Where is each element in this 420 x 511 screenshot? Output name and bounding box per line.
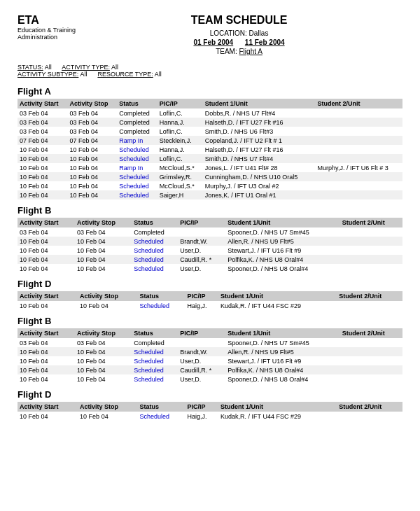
status-value: All [45, 64, 52, 71]
table-cell: Completed [117, 127, 157, 136]
table-cell: Smith,D. / NHS U7 Flt#4 [203, 154, 316, 163]
table-cell: Dobbs,R. / NHS U7 Flt#4 [203, 108, 316, 118]
table-cell: Spooner,D. / NHS U8 Oral#4 [225, 264, 340, 273]
table-cell: Kudak,R. / IFT U44 FSC #29 [218, 301, 337, 310]
team-value: Flight A [239, 48, 262, 55]
table-cell: 03 Feb 04 [75, 338, 132, 347]
table-cell: McCloud,S.* [158, 181, 203, 190]
table-cell: 10 Feb 04 [18, 255, 75, 264]
table-cell: 10 Feb 04 [67, 172, 117, 181]
table-cell [316, 108, 402, 118]
col-header: Student 1/Unit [225, 218, 340, 227]
table-cell: 10 Feb 04 [18, 264, 75, 273]
activity-subtype-label: ACTIVITY SUBTYPE: [18, 71, 78, 78]
table-row: 10 Feb 0410 Feb 04ScheduledUser,D.Spoone… [18, 264, 402, 273]
table-row: 10 Feb 0410 Feb 04ScheduledHaig,J.Kudak,… [18, 301, 402, 310]
col-header: Activity Stop [78, 402, 137, 412]
col-header: Student 2/Unit [337, 291, 402, 301]
section-title-2: Flight D [18, 279, 402, 289]
table-row: 03 Feb 0403 Feb 04CompletedLoflin,C.Smit… [18, 127, 402, 136]
table-cell: Smith,D. / NHS U6 Flt#3 [203, 127, 316, 136]
filter-row: STATUS: All ACTIVITY TYPE: All ACTIVITY … [18, 64, 402, 78]
table-cell: User,D. [178, 264, 225, 273]
table-cell: 10 Feb 04 [18, 356, 75, 365]
table-row: 10 Feb 0410 Feb 04ScheduledBrandt,W.Alle… [18, 237, 402, 246]
table-1: Activity StartActivity StopStatusPIC/IPS… [18, 218, 402, 273]
col-header: PIC/IP [185, 402, 218, 412]
table-cell: 10 Feb 04 [67, 145, 117, 154]
table-cell [316, 190, 402, 200]
table-cell: 03 Feb 04 [67, 127, 117, 136]
table-cell [340, 365, 402, 374]
table-cell: 10 Feb 04 [67, 181, 117, 190]
table-cell: Allen,R. / NHS U9 Flt#5 [225, 237, 340, 246]
col-header: Activity Stop [75, 218, 132, 227]
col-header: Status [117, 99, 157, 108]
date-range-line: 01 Feb 2004 11 Feb 2004 [76, 38, 402, 46]
col-header: Status [132, 328, 178, 338]
table-cell: Haig,J. [185, 301, 218, 310]
col-header: PIC/IP [185, 291, 218, 301]
date-end: 11 Feb 2004 [245, 38, 285, 46]
team-line: TEAM: Flight A [76, 48, 402, 55]
table-cell: Ramp In [117, 163, 157, 172]
table-row: 07 Feb 0407 Feb 04Ramp InStecklein,J.Cop… [18, 136, 402, 145]
table-cell: 03 Feb 04 [18, 127, 67, 136]
table-row: 10 Feb 0410 Feb 04ScheduledUser,D.Stewar… [18, 356, 402, 365]
table-row: 03 Feb 0403 Feb 04CompletedLoflin,C.Dobb… [18, 108, 402, 118]
table-cell: Ramp In [117, 136, 157, 145]
col-header: Student 2/Unit [316, 99, 402, 108]
table-0: Activity StartActivity StopStatusPIC/IPS… [18, 99, 402, 200]
table-cell: Completed [117, 108, 157, 118]
eta-sub1: Education & Training [18, 27, 76, 34]
table-cell [316, 181, 402, 190]
col-header: Student 2/Unit [340, 328, 402, 338]
table-cell [340, 227, 402, 237]
table-cell: Kudak,R. / IFT U44 FSC #29 [218, 412, 337, 421]
col-header: Student 2/Unit [340, 218, 402, 227]
table-cell: Scheduled [132, 374, 178, 384]
table-cell: Scheduled [117, 172, 157, 181]
col-header: Activity Stop [78, 291, 137, 301]
table-cell: 03 Feb 04 [75, 227, 132, 237]
table-cell: 10 Feb 04 [75, 264, 132, 273]
table-cell: 10 Feb 04 [75, 356, 132, 365]
table-cell: Stewart,J. / IFT U16 Flt #9 [225, 246, 340, 255]
table-cell: Saiger,H [158, 190, 203, 200]
location-value: Dallas [249, 29, 269, 37]
table-cell [316, 172, 402, 181]
section-title-3: Flight B [18, 316, 402, 326]
table-cell: 03 Feb 04 [18, 338, 75, 347]
team-label: TEAM: [216, 48, 237, 55]
col-header: PIC/IP [178, 218, 225, 227]
table-cell: Jones,K. / IFT U1 Oral #1 [203, 190, 316, 200]
table-cell: 10 Feb 04 [18, 374, 75, 384]
table-cell: Loflin,C. [158, 108, 203, 118]
activity-type-value: All [111, 64, 118, 71]
table-cell: Scheduled [132, 255, 178, 264]
table-cell: Completed [132, 338, 178, 347]
table-cell: Jones,L. / IFT U41 Flt# 28 [203, 163, 316, 172]
table-cell: Scheduled [117, 154, 157, 163]
filter-left: STATUS: All ACTIVITY TYPE: All ACTIVITY … [18, 64, 162, 78]
table-row: 10 Feb 0410 Feb 04ScheduledBrandt,W.Alle… [18, 347, 402, 356]
eta-logo: ETA Education & Training Administration [18, 14, 76, 57]
table-cell: Cunningham,D. / NHS U10 Oral5 [203, 172, 316, 181]
table-cell: Scheduled [117, 145, 157, 154]
table-cell: 10 Feb 04 [18, 172, 67, 181]
table-cell: Scheduled [138, 301, 186, 310]
table-row: 10 Feb 0410 Feb 04ScheduledUser,D.Spoone… [18, 374, 402, 384]
col-header: Student 1/Unit [225, 328, 340, 338]
table-cell: 07 Feb 04 [67, 136, 117, 145]
col-header: Activity Start [18, 291, 78, 301]
table-cell: User,D. [178, 356, 225, 365]
table-cell: 10 Feb 04 [18, 246, 75, 255]
table-cell: 10 Feb 04 [18, 365, 75, 374]
subtype-filter: ACTIVITY SUBTYPE: All RESOURCE TYPE: All [18, 71, 162, 78]
table-cell: Loflin,C. [158, 154, 203, 163]
team-schedule-title: TEAM SCHEDULE [76, 14, 402, 27]
table-cell: Polfika,K. / NHS U8 Oral#4 [225, 365, 340, 374]
table-cell: 07 Feb 04 [18, 136, 67, 145]
table-row: 10 Feb 0410 Feb 04ScheduledCaudill,R. *P… [18, 365, 402, 374]
col-header: Activity Stop [75, 328, 132, 338]
